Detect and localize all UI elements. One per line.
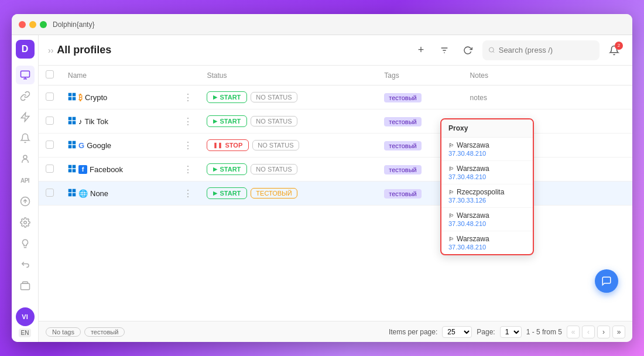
per-page-select[interactable]: 25 50 100 [442,326,472,338]
status-cell: ▶ START NO STATUS [207,91,370,103]
lang-selector[interactable]: EN [19,328,32,337]
proxy-dropdown-header: Proxy [441,119,533,138]
main-content: ›› All profiles + 2 [39,35,632,342]
search-container [482,40,600,60]
next-page-button[interactable]: › [597,326,610,338]
sidebar-item-rocket[interactable] [16,192,35,211]
notification-button[interactable]: 2 [605,42,623,59]
sidebar-item-profiles[interactable] [16,66,35,84]
row-checkbox[interactable] [46,189,54,197]
proxy-item[interactable]: 🏳 Warszawa 37.30.48.210 [441,161,533,184]
add-profile-button[interactable]: + [412,42,430,59]
sidebar-bottom: VI EN [16,307,35,337]
stop-button[interactable]: ❚❚ STOP [207,139,249,151]
app-logo[interactable]: D [16,40,35,59]
chat-fab-button[interactable] [595,269,618,293]
proxy-item[interactable]: 🏳 Warszawa 37.30.48.210 [441,231,533,254]
row-checkbox[interactable] [46,93,54,101]
main-header: ›› All profiles + 2 [39,35,632,66]
profile-icons: ₿ Crypto [68,93,169,102]
close-button[interactable] [19,21,26,28]
tag-badge[interactable]: тестовый [384,117,421,126]
proxy-item[interactable]: 🏳 Warszawa 37.30.48.210 [441,138,533,161]
flag-icon: 🏳 [448,142,454,149]
crypto-icon: ₿ [78,93,83,102]
page-select[interactable]: 1 [500,326,522,338]
select-all-checkbox[interactable] [46,70,54,78]
flag-icon: 🏳 [448,236,454,242]
status-badge: NO STATUS [251,116,297,126]
col-notes: Notes [463,66,554,85]
user-avatar[interactable]: VI [16,307,35,326]
flag-icon: 🏳 [448,213,454,219]
sidebar-item-automation[interactable] [16,108,35,126]
sidebar-item-back[interactable] [16,255,35,274]
svg-rect-20 [68,145,72,148]
svg-rect-22 [68,165,72,168]
row-checkbox[interactable] [46,141,54,149]
sidebar-item-bulb[interactable] [16,234,35,253]
refresh-button[interactable] [459,42,477,59]
window-title: Dolphin{anty} [53,20,94,29]
facebook-icon: f [78,165,87,174]
start-button[interactable]: ▶ START [207,115,247,127]
status-cell: ▶ START NO STATUS [207,163,370,175]
svg-rect-15 [73,117,76,120]
tag-badge[interactable]: тестовый [384,141,421,150]
row-menu-button[interactable]: ⋮ [183,141,193,150]
filter-button[interactable] [436,42,453,59]
os-icon [68,189,76,198]
status-badge: NO STATUS [252,140,299,150]
row-menu-button[interactable]: ⋮ [183,165,193,174]
tag-badge[interactable]: тестовый [384,189,421,198]
row-menu-button[interactable]: ⋮ [183,93,193,102]
proxy-item[interactable]: 🏳 Rzeczpospolita 37.30.33.126 [441,184,533,208]
breadcrumb-arrow: ›› [48,46,53,55]
start-button[interactable]: ▶ START [207,187,247,199]
os-icon [68,93,76,102]
tag-badge[interactable]: тестовый [384,93,421,102]
sidebar-item-layers[interactable] [16,276,35,295]
proxy-dropdown[interactable]: Proxy 🏳 Warszawa 37.30.48.210 🏳 Warszawa… [440,118,534,255]
status-cell: ▶ START ТЕСТОВЫЙ [207,187,370,199]
page-label: Page: [477,328,495,336]
svg-rect-26 [68,189,72,192]
start-button[interactable]: ▶ START [207,91,247,103]
svg-rect-25 [73,169,76,172]
tag-badge[interactable]: тестовый [384,165,421,174]
profile-name: Google [87,141,111,150]
status-badge: NO STATUS [251,164,297,174]
profile-name: Crypto [85,93,107,102]
last-page-button[interactable]: » [612,326,625,338]
profile-icons: f Facebook [68,165,169,174]
sidebar-item-notifications[interactable] [16,129,35,148]
proxy-location: 🏳 Warszawa [448,211,526,220]
sidebar-item-api[interactable]: API [16,171,35,190]
profile-name: None [90,189,108,198]
minimize-button[interactable] [29,21,36,28]
start-button[interactable]: ▶ START [207,163,247,175]
sidebar-item-links[interactable] [16,87,35,105]
globe-icon: 🌐 [78,189,88,198]
os-icon [68,141,76,150]
svg-point-3 [23,221,26,224]
sidebar-item-settings[interactable] [16,213,35,232]
footer-tag-notags[interactable]: No tags [46,327,81,337]
page-title: All profiles [57,44,111,56]
proxy-item[interactable]: 🏳 Warszawa 37.30.48.210 [441,208,533,231]
footer-tag-testoviy[interactable]: тестовый [84,327,125,337]
first-page-button[interactable]: « [567,326,580,338]
row-menu-button[interactable]: ⋮ [183,117,193,126]
maximize-button[interactable] [40,21,47,28]
svg-rect-27 [73,189,76,192]
prev-page-button[interactable]: ‹ [582,326,595,338]
status-badge: ТЕСТОВЫЙ [251,188,297,198]
row-checkbox[interactable] [46,165,54,173]
search-input[interactable] [499,46,594,54]
proxy-location: 🏳 Warszawa [448,235,526,243]
row-menu-button[interactable]: ⋮ [183,189,193,198]
row-checkbox[interactable] [46,117,54,125]
sidebar-item-users[interactable] [16,150,35,169]
footer-pagination: Items per page: 25 50 100 Page: 1 1 - 5 … [389,326,625,338]
profile-icons: G Google [68,141,169,150]
